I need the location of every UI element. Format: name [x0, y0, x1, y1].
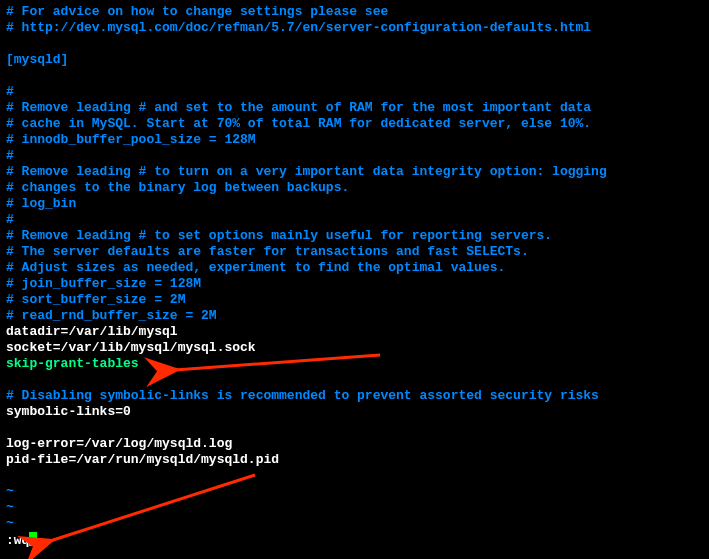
- config-symbolic-links: symbolic-links=0: [6, 404, 131, 419]
- comment-line: # read_rnd_buffer_size = 2M: [6, 308, 217, 323]
- comment-line: # innodb_buffer_pool_size = 128M: [6, 132, 256, 147]
- comment-line: # Remove leading # to set options mainly…: [6, 228, 552, 243]
- comment-line: # cache in MySQL. Start at 70% of total …: [6, 116, 591, 131]
- empty-line-tilde: ~: [6, 484, 14, 499]
- vim-command-line[interactable]: :wq: [6, 533, 37, 548]
- comment-line: # The server defaults are faster for tra…: [6, 244, 529, 259]
- comment-line: # Disabling symbolic-links is recommende…: [6, 388, 599, 403]
- comment-line: # For advice on how to change settings p…: [6, 4, 388, 19]
- config-pid-file: pid-file=/var/run/mysqld/mysqld.pid: [6, 452, 279, 467]
- comment-line: # Adjust sizes as needed, experiment to …: [6, 260, 505, 275]
- config-datadir: datadir=/var/lib/mysql: [6, 324, 178, 339]
- editor-content[interactable]: # For advice on how to change settings p…: [6, 4, 703, 549]
- comment-line: # sort_buffer_size = 2M: [6, 292, 185, 307]
- comment-line: #: [6, 148, 14, 163]
- config-skip-grant-tables: skip-grant-tables: [6, 356, 139, 371]
- section-header: [mysqld]: [6, 52, 68, 67]
- empty-line-tilde: ~: [6, 500, 14, 515]
- config-log-error: log-error=/var/log/mysqld.log: [6, 436, 232, 451]
- comment-line: #: [6, 212, 14, 227]
- vim-command-text: :wq: [6, 533, 29, 548]
- comment-line: # log_bin: [6, 196, 76, 211]
- comment-line: # Remove leading # to turn on a very imp…: [6, 164, 607, 179]
- comment-line: # http://dev.mysql.com/doc/refman/5.7/en…: [6, 20, 591, 35]
- comment-line: #: [6, 84, 14, 99]
- config-socket: socket=/var/lib/mysql/mysql.sock: [6, 340, 256, 355]
- comment-line: # join_buffer_size = 128M: [6, 276, 201, 291]
- comment-line: # Remove leading # and set to the amount…: [6, 100, 591, 115]
- cursor-block: [29, 532, 37, 546]
- comment-line: # changes to the binary log between back…: [6, 180, 349, 195]
- empty-line-tilde: ~: [6, 516, 14, 531]
